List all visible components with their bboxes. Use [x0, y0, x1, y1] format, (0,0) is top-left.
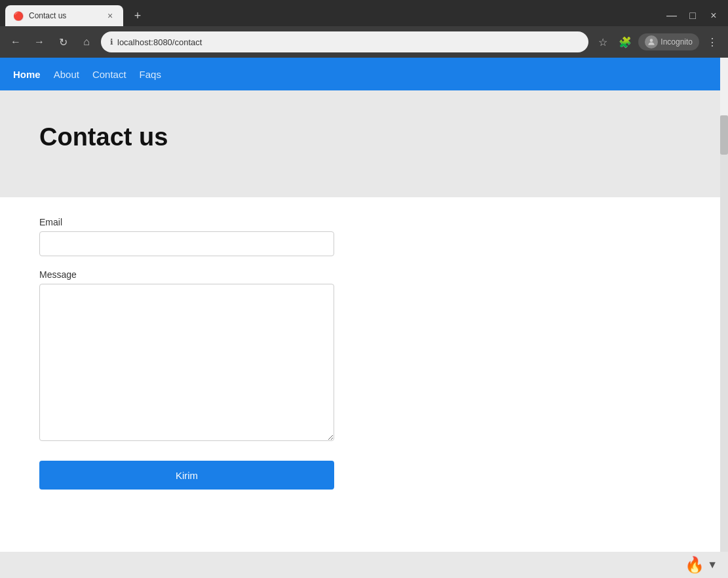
back-button[interactable]: ← — [7, 33, 25, 51]
nav-contact[interactable]: Contact — [92, 66, 126, 83]
nav-home[interactable]: Home — [13, 66, 41, 83]
tab-favicon-icon: 🔴 — [13, 10, 24, 21]
scrollbar-thumb[interactable] — [720, 115, 728, 155]
home-button[interactable]: ⌂ — [77, 33, 96, 51]
tab-bar: 🔴 Contact us × + — □ × — [0, 0, 728, 26]
bottom-bar: 🔥 ▼ — [0, 552, 728, 578]
hero-section: Contact us — [0, 90, 720, 197]
bookmark-button[interactable]: ☆ — [594, 33, 612, 51]
email-input[interactable] — [39, 231, 334, 256]
navbar: Home About Contact Faqs — [0, 58, 720, 90]
address-bar-row: ← → ↻ ⌂ ℹ ☆ 🧩 Incognito ⋮ — [0, 26, 728, 58]
email-group: Email — [39, 217, 681, 256]
more-button[interactable]: ⋮ — [703, 33, 721, 51]
active-tab[interactable]: 🔴 Contact us × — [5, 5, 123, 26]
close-window-button[interactable]: × — [704, 7, 723, 25]
extensions-button[interactable]: 🧩 — [616, 33, 634, 51]
address-input[interactable] — [117, 37, 579, 47]
incognito-label: Incognito — [661, 37, 693, 47]
submit-button[interactable]: Kirim — [39, 461, 334, 490]
page-title: Contact us — [39, 123, 681, 151]
minimize-button[interactable]: — — [662, 7, 681, 25]
tab-close-button[interactable]: × — [105, 10, 115, 21]
scrollbar[interactable] — [720, 115, 728, 552]
form-section: Email Message Kirim — [0, 197, 720, 516]
email-label: Email — [39, 217, 681, 227]
message-textarea[interactable] — [39, 284, 334, 441]
window-controls: — □ × — [662, 7, 723, 25]
tab-title: Contact us — [29, 11, 100, 20]
browser-chrome: 🔴 Contact us × + — □ × ← → ↻ ⌂ ℹ ☆ 🧩 — [0, 0, 728, 58]
nav-about[interactable]: About — [54, 66, 79, 83]
fire-icon: 🔥 — [685, 556, 704, 574]
contact-form: Email Message Kirim — [39, 217, 681, 490]
secure-icon: ℹ — [110, 37, 113, 47]
svg-point-0 — [650, 39, 653, 42]
page-content: Home About Contact Faqs Contact us Email… — [0, 58, 720, 578]
browser-actions: ☆ 🧩 Incognito ⋮ — [594, 33, 721, 51]
incognito-badge[interactable]: Incognito — [638, 33, 699, 50]
forward-button[interactable]: → — [30, 33, 48, 51]
nav-faqs[interactable]: Faqs — [140, 66, 161, 83]
address-bar[interactable]: ℹ — [101, 31, 588, 52]
new-tab-button[interactable]: + — [128, 7, 147, 25]
incognito-icon — [645, 35, 658, 48]
scroll-down-button[interactable]: ▼ — [707, 559, 718, 571]
message-label: Message — [39, 269, 681, 280]
restore-button[interactable]: □ — [683, 7, 702, 25]
refresh-button[interactable]: ↻ — [54, 33, 72, 51]
message-group: Message — [39, 269, 681, 444]
